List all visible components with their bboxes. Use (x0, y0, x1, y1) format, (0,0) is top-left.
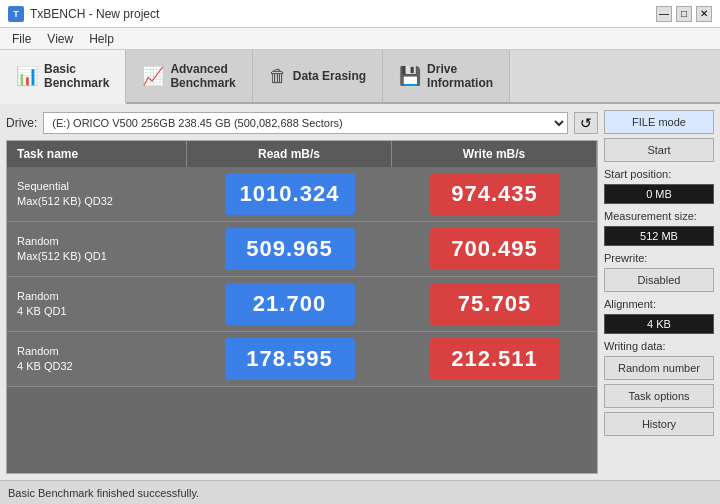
data-erasing-icon: 🗑 (269, 66, 287, 87)
table-header: Task name Read mB/s Write mB/s (7, 141, 597, 167)
prewrite-button[interactable]: Disabled (604, 268, 714, 292)
row-label-0: Sequential Max(512 KB) QD32 (7, 171, 187, 218)
alignment-label: Alignment: (604, 298, 714, 310)
content-area: Drive: (E:) ORICO V500 256GB 238.45 GB (… (0, 104, 720, 480)
write-cell-3: 212.511 (392, 332, 597, 386)
table-row: Random Max(512 KB) QD1 509.965 700.495 (7, 222, 597, 277)
maximize-button[interactable]: □ (676, 6, 692, 22)
read-cell-3: 178.595 (187, 332, 392, 386)
status-bar: Basic Benchmark finished successfully. (0, 480, 720, 504)
write-value-3: 212.511 (430, 338, 560, 380)
title-bar-left: T TxBENCH - New project (8, 6, 159, 22)
measurement-size-label: Measurement size: (604, 210, 714, 222)
table-row: Random 4 KB QD1 21.700 75.705 (7, 277, 597, 332)
read-cell-0: 1010.324 (187, 167, 392, 221)
write-value-1: 700.495 (430, 228, 560, 270)
drive-select[interactable]: (E:) ORICO V500 256GB 238.45 GB (500,082… (43, 112, 568, 134)
tab-advanced-benchmark[interactable]: 📈 AdvancedBenchmark (126, 50, 252, 102)
drive-label: Drive: (6, 116, 37, 130)
tab-data-erasing[interactable]: 🗑 Data Erasing (253, 50, 383, 102)
menu-bar: File View Help (0, 28, 720, 50)
prewrite-label: Prewrite: (604, 252, 714, 264)
close-button[interactable]: ✕ (696, 6, 712, 22)
write-cell-0: 974.435 (392, 167, 597, 221)
row-label-2: Random 4 KB QD1 (7, 281, 187, 328)
table-row: Random 4 KB QD32 178.595 212.511 (7, 332, 597, 387)
row-label-3: Random 4 KB QD32 (7, 336, 187, 383)
measurement-size-value: 512 MB (604, 226, 714, 246)
menu-view[interactable]: View (39, 30, 81, 48)
tab-basic-benchmark-label: BasicBenchmark (44, 62, 109, 91)
title-bar: T TxBENCH - New project — □ ✕ (0, 0, 720, 28)
drive-refresh-button[interactable]: ↺ (574, 112, 598, 134)
drive-row: Drive: (E:) ORICO V500 256GB 238.45 GB (… (6, 110, 598, 136)
read-value-3: 178.595 (225, 338, 355, 380)
benchmark-table: Task name Read mB/s Write mB/s Sequentia… (6, 140, 598, 474)
tab-advanced-benchmark-label: AdvancedBenchmark (170, 62, 235, 91)
title-controls[interactable]: — □ ✕ (656, 6, 712, 22)
write-cell-2: 75.705 (392, 277, 597, 331)
tab-drive-information-label: DriveInformation (427, 62, 493, 91)
start-position-value: 0 MB (604, 184, 714, 204)
menu-file[interactable]: File (4, 30, 39, 48)
header-read: Read mB/s (187, 141, 392, 167)
writing-data-label: Writing data: (604, 340, 714, 352)
table-row: Sequential Max(512 KB) QD32 1010.324 974… (7, 167, 597, 222)
read-value-2: 21.700 (225, 283, 355, 325)
basic-benchmark-icon: 📊 (16, 65, 38, 87)
window-title: TxBENCH - New project (30, 7, 159, 21)
drive-information-icon: 💾 (399, 65, 421, 87)
file-mode-button[interactable]: FILE mode (604, 110, 714, 134)
write-value-2: 75.705 (430, 283, 560, 325)
tab-drive-information[interactable]: 💾 DriveInformation (383, 50, 510, 102)
read-cell-1: 509.965 (187, 222, 392, 276)
minimize-button[interactable]: — (656, 6, 672, 22)
write-value-0: 974.435 (430, 173, 560, 215)
app-icon: T (8, 6, 24, 22)
read-cell-2: 21.700 (187, 277, 392, 331)
tab-data-erasing-label: Data Erasing (293, 69, 366, 83)
status-text: Basic Benchmark finished successfully. (8, 487, 199, 499)
advanced-benchmark-icon: 📈 (142, 65, 164, 87)
menu-help[interactable]: Help (81, 30, 122, 48)
header-task-name: Task name (7, 141, 187, 167)
read-value-0: 1010.324 (225, 173, 355, 215)
row-label-1: Random Max(512 KB) QD1 (7, 226, 187, 273)
tab-basic-benchmark[interactable]: 📊 BasicBenchmark (0, 50, 126, 104)
task-options-button[interactable]: Task options (604, 384, 714, 408)
alignment-value: 4 KB (604, 314, 714, 334)
start-button[interactable]: Start (604, 138, 714, 162)
history-button[interactable]: History (604, 412, 714, 436)
write-cell-1: 700.495 (392, 222, 597, 276)
main-panel: Drive: (E:) ORICO V500 256GB 238.45 GB (… (6, 110, 598, 474)
side-panel: FILE mode Start Start position: 0 MB Mea… (604, 110, 714, 474)
writing-data-button[interactable]: Random number (604, 356, 714, 380)
tab-bar: 📊 BasicBenchmark 📈 AdvancedBenchmark 🗑 D… (0, 50, 720, 104)
start-position-label: Start position: (604, 168, 714, 180)
header-write: Write mB/s (392, 141, 597, 167)
read-value-1: 509.965 (225, 228, 355, 270)
